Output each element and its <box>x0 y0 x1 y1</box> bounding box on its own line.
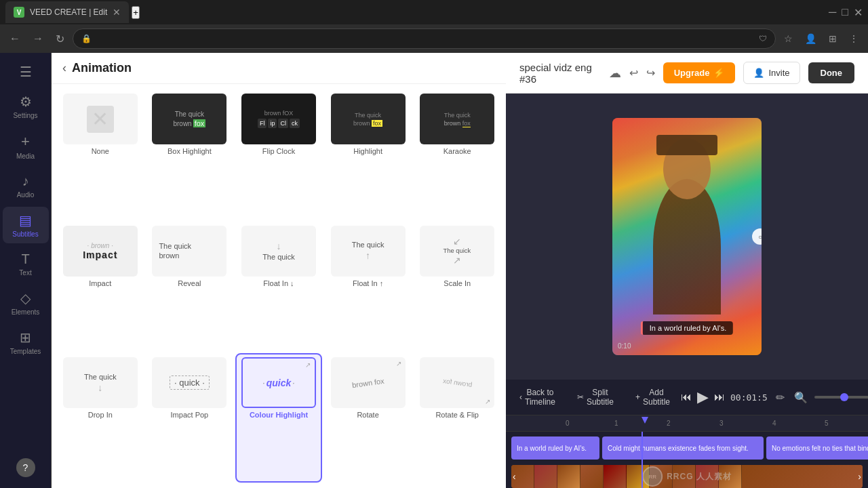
anim-highlight[interactable]: The quick brown fox Highlight <box>325 89 412 219</box>
rewind-btn[interactable]: ⏮ <box>681 391 692 403</box>
invite-btn[interactable]: 👤 Invite <box>743 62 800 84</box>
impact-visual: · brown · Impact <box>83 242 117 260</box>
anim-drop-in[interactable]: The quick ↓ Drop In <box>57 353 144 483</box>
sidebar-item-media[interactable]: + Media <box>3 127 49 165</box>
split-subtitle-btn[interactable]: ✂ Split Subtitle <box>572 385 619 409</box>
refresh-btn[interactable]: ↻ <box>52 30 68 48</box>
close-window-btn[interactable]: ✕ <box>854 6 863 19</box>
anim-rotate[interactable]: brown fox ↗ Rotate <box>325 353 412 483</box>
redo-btn[interactable]: ↪ <box>646 66 655 79</box>
elements-icon: ◇ <box>20 290 31 306</box>
thumb-5 <box>604 465 627 488</box>
anim-box-highlight[interactable]: The quick brown fox Box Highlight <box>146 89 233 219</box>
anim-scale-in[interactable]: ↙ The quick ↗ Scale In <box>414 222 500 351</box>
tab-title: VEED CREATE | Edit <box>30 7 107 17</box>
tab-close-btn[interactable]: ✕ <box>113 7 121 18</box>
settings-icon: ⚙ <box>20 94 32 110</box>
flip-clock-top-text: brown fOX <box>264 110 294 117</box>
forward-nav-btn[interactable]: → <box>28 30 47 47</box>
lightning-icon: ⚡ <box>713 68 724 78</box>
subtitles-icon: ▤ <box>19 212 32 228</box>
anim-box-highlight-label: Box Highlight <box>167 147 212 155</box>
audio-label: Audio <box>17 191 35 199</box>
anim-float-in-up[interactable]: The quick ↑ Float In ↑ <box>325 222 412 351</box>
cloud-save-btn[interactable]: ☁ <box>609 66 621 81</box>
new-tab-btn[interactable]: + <box>132 6 140 19</box>
browser-tab-active[interactable]: V VEED CREATE | Edit ✕ <box>5 1 129 23</box>
back-to-timeline-btn[interactable]: ‹ Back to Timeline <box>514 385 561 409</box>
subtitle-clip-1[interactable]: In a world ruled by AI's. <box>511 436 599 460</box>
browser-chrome: V VEED CREATE | Edit ✕ + ─ □ ✕ ← → ↻ 🔒 v… <box>0 0 868 53</box>
fast-forward-btn[interactable]: ⏭ <box>714 391 725 403</box>
subtitle-clip-2[interactable]: Cold might humans existence fades from s… <box>602 436 764 460</box>
anim-colour-highlight[interactable]: · quick · ↗ Colour Highlight <box>235 353 322 483</box>
url-input[interactable]: veed.io/edit/278d22d9-4498-4b04-bd58-af3… <box>97 34 753 43</box>
panel-title: Animation <box>72 61 132 75</box>
sidebar-item-elements[interactable]: ◇ Elements <box>3 285 49 321</box>
profile-btn[interactable]: 👤 <box>801 30 821 47</box>
zoom-thumb[interactable] <box>840 393 848 401</box>
menu-btn[interactable]: ⋮ <box>845 30 863 47</box>
anim-drop-in-label: Drop In <box>88 411 113 419</box>
zoom-slider[interactable] <box>814 396 868 399</box>
sidebar-item-templates[interactable]: ⊞ Templates <box>3 324 49 361</box>
undo-btn[interactable]: ↩ <box>629 66 638 79</box>
anim-impact-label: Impact <box>89 279 111 287</box>
anim-flip-clock-label: Flip Clock <box>262 147 295 155</box>
audio-icon: ♪ <box>22 174 29 189</box>
video-time: 0:10 <box>618 342 631 350</box>
top-bar: special vidz eng #36 ☁ ↩ ↪ Upgrade ⚡ 👤 I… <box>506 53 868 94</box>
anim-impact[interactable]: · brown · Impact Impact <box>57 222 144 351</box>
upgrade-label: Upgrade <box>674 68 710 78</box>
colour-highlight-arrow: ↗ <box>305 361 311 369</box>
panel-header: ‹ Animation <box>52 53 506 84</box>
anim-karaoke[interactable]: The quick brown fox Karaoke <box>414 89 500 219</box>
sidebar-item-audio[interactable]: ♪ Audio <box>3 168 49 204</box>
sidebar-item-text[interactable]: T Text <box>3 246 49 282</box>
strip-right-handle[interactable]: › <box>858 471 861 482</box>
maximize-btn[interactable]: □ <box>842 6 848 19</box>
strip-left-handle[interactable]: ‹ <box>513 471 516 482</box>
sidebar-item-settings[interactable]: ⚙ Settings <box>3 88 49 125</box>
anim-rotate-flip[interactable]: brown fox ↗ Rotate & Flip <box>414 353 500 483</box>
upgrade-btn[interactable]: Upgrade ⚡ <box>663 62 736 83</box>
rotate-text: brown fox <box>351 377 384 390</box>
add-subtitle-btn[interactable]: + Add Subtitle <box>630 385 675 409</box>
subtitle-clip-3[interactable]: No emotions felt no ties that bind <box>766 436 868 460</box>
extensions-btn[interactable]: ⊞ <box>825 30 841 47</box>
minimize-btn[interactable]: ─ <box>829 6 836 19</box>
none-visual: ✕ <box>87 106 114 133</box>
anim-float-in-up-preview: The quick ↑ <box>331 226 406 277</box>
rotate-arrow: ↗ <box>396 360 401 367</box>
edit-tool-btn[interactable]: ✏ <box>773 388 787 407</box>
play-btn[interactable]: ▶ <box>697 388 709 406</box>
watermark-text: RRCG 人人素材 <box>667 471 732 483</box>
bookmark-btn[interactable]: ☆ <box>780 30 797 47</box>
anim-none[interactable]: ✕ None <box>57 89 144 219</box>
anim-karaoke-label: Karaoke <box>443 147 471 155</box>
anim-reveal[interactable]: The quick brown Reveal <box>146 222 233 351</box>
invite-label: Invite <box>768 68 789 78</box>
sidebar-item-subtitles[interactable]: ▤ Subtitles <box>3 207 49 243</box>
rotate-flip-text: brown fox <box>442 377 472 388</box>
anim-impact-pop[interactable]: · quick · Impact Pop <box>146 353 233 483</box>
video-preview: In a world ruled by AI's. 0:10 ○ <box>612 118 762 355</box>
play-controls: ⏮ ▶ ⏭ 00:01:5 <box>681 388 768 406</box>
templates-label: Templates <box>10 348 41 355</box>
add-label: Add Subtitle <box>643 388 670 407</box>
anim-float-in-down[interactable]: ↓ The quick Float In ↓ <box>235 222 322 351</box>
anim-flip-clock[interactable]: brown fOX Fl ip Cl ck Flip Clock <box>235 89 322 219</box>
back-arrow-icon: ‹ <box>519 392 522 402</box>
sidebar-item-help[interactable]: ? <box>3 453 49 483</box>
none-x-icon: ✕ <box>92 107 108 131</box>
done-btn[interactable]: Done <box>808 62 855 83</box>
zoom-out-btn[interactable]: 🔍 <box>791 388 810 407</box>
back-nav-btn[interactable]: ← <box>5 30 24 47</box>
subtitle-text: In a world ruled by AI's. <box>650 324 726 332</box>
sidebar-item-menu[interactable]: ☰ <box>3 58 49 85</box>
media-icon: + <box>21 133 30 150</box>
zoom-control[interactable] <box>814 396 868 399</box>
address-bar[interactable]: 🔒 veed.io/edit/278d22d9-4498-4b04-bd58-a… <box>73 28 776 49</box>
anim-rotate-preview: brown fox ↗ <box>331 357 406 408</box>
back-button[interactable]: ‹ <box>62 61 66 75</box>
